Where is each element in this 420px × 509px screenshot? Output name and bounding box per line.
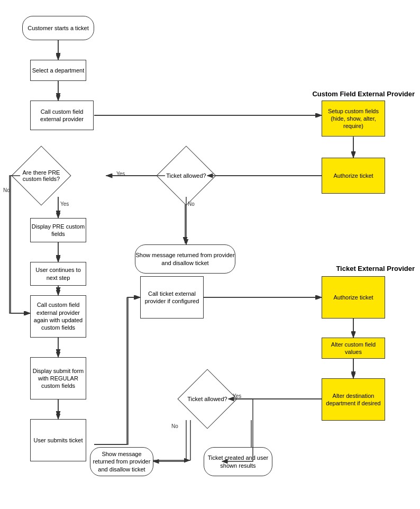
section-ticket-title: Ticket External Provider <box>298 265 415 272</box>
display-pre-label: Display PRE custom fields <box>31 223 86 238</box>
are-there-pre-shape <box>11 146 71 205</box>
customer-starts-label: Customer starts a ticket <box>28 24 89 32</box>
alter-destination-label: Alter destination department if desired <box>322 392 385 407</box>
setup-custom-fields-shape: Setup custom fields (hide, show, alter, … <box>322 101 385 137</box>
display-submit-shape: Display submit form with REGULAR custom … <box>30 357 86 399</box>
call-custom-again-label: Call custom field external provider agai… <box>31 301 86 331</box>
user-submits-shape: User submits ticket <box>30 419 86 461</box>
call-custom-again-shape: Call custom field external provider agai… <box>30 295 86 338</box>
call-ticket-external-shape: Call ticket external provider if configu… <box>140 276 204 319</box>
setup-custom-fields-label: Setup custom fields (hide, show, alter, … <box>322 107 385 130</box>
call-ticket-external-label: Call ticket external provider if configu… <box>141 290 203 305</box>
section-custom-field-label: Custom Field External Provider <box>312 90 415 98</box>
user-continues-shape: User continues to next step <box>30 262 86 286</box>
alter-custom-field-label: Alter custom field values <box>322 341 385 356</box>
user-continues-label: User continues to next step <box>31 266 86 281</box>
select-dept-label: Select a department <box>32 67 84 74</box>
show-msg-1-shape: Show message returned from provider and … <box>135 244 235 274</box>
show-msg-2-label: Show message returned from provider and … <box>90 450 153 473</box>
no-label-ticket-allowed-1: No <box>188 201 195 207</box>
ticket-created-label: Ticket created and user shown results <box>204 454 272 469</box>
show-msg-1-label: Show message returned from provider and … <box>135 251 235 267</box>
yes-label-pre: Yes <box>60 201 69 207</box>
alter-custom-field-shape: Alter custom field values <box>322 338 385 359</box>
user-submits-label: User submits ticket <box>34 437 83 444</box>
section-custom-field-title: Custom Field External Provider <box>298 90 415 98</box>
authorize-ticket-2-shape: Authorize ticket <box>322 276 385 319</box>
yes-label-ticket-2: Yes <box>233 393 241 399</box>
select-dept-shape: Select a department <box>30 60 86 81</box>
display-submit-label: Display submit form with REGULAR custom … <box>31 367 86 390</box>
alter-destination-shape: Alter destination department if desired <box>322 378 385 421</box>
show-msg-2-shape: Show message returned from provider and … <box>90 447 153 476</box>
no-label-ticket-2: No <box>171 423 178 429</box>
diagram-container: Customer starts a ticket Select a depart… <box>0 0 420 509</box>
ticket-allowed-1-shape <box>156 146 216 205</box>
ticket-created-shape: Ticket created and user shown results <box>204 447 272 476</box>
call-custom-field-label: Call custom field external provider <box>31 108 93 123</box>
section-ticket-label: Ticket External Provider <box>336 265 415 272</box>
authorize-ticket-1-shape: Authorize ticket <box>322 158 385 194</box>
display-pre-shape: Display PRE custom fields <box>30 218 86 242</box>
authorize-ticket-1-label: Authorize ticket <box>333 172 373 179</box>
ticket-allowed-2-shape <box>177 369 237 429</box>
customer-starts-shape: Customer starts a ticket <box>22 16 94 40</box>
no-label-pre: No <box>3 187 10 193</box>
call-custom-field-shape: Call custom field external provider <box>30 101 94 130</box>
authorize-ticket-2-label: Authorize ticket <box>333 294 373 301</box>
yes-label-ticket-allowed-1: Yes <box>116 171 125 177</box>
